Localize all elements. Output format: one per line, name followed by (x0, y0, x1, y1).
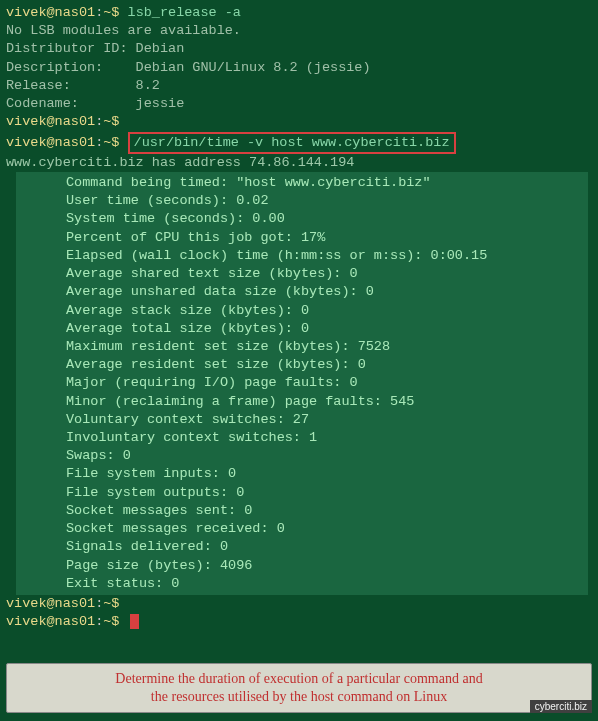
prompt-line-2: vivek@nas01:~$ (6, 113, 592, 131)
time-line: File system outputs: 0 (16, 484, 588, 502)
prompt-path: ~$ (103, 135, 127, 150)
prompt-path: ~$ (103, 114, 127, 129)
time-line: Average total size (kbytes): 0 (16, 320, 588, 338)
time-line: Average shared text size (kbytes): 0 (16, 265, 588, 283)
time-line: Percent of CPU this job got: 17% (16, 229, 588, 247)
prompt-path: ~$ (103, 596, 127, 611)
time-line: Elapsed (wall clock) time (h:mm:ss or m:… (16, 247, 588, 265)
prompt-line-3: vivek@nas01:~$ /usr/bin/time -v host www… (6, 132, 592, 154)
time-line: System time (seconds): 0.00 (16, 210, 588, 228)
time-line: Voluntary context switches: 27 (16, 411, 588, 429)
prompt-path: ~$ (103, 5, 127, 20)
lsb-output-1: No LSB modules are available. (6, 22, 592, 40)
time-line: Command being timed: "host www.cyberciti… (16, 174, 588, 192)
lsb-output-2: Distributor ID: Debian (6, 40, 592, 58)
time-line: File system inputs: 0 (16, 465, 588, 483)
terminal-output: vivek@nas01:~$ lsb_release -a No LSB mod… (0, 0, 598, 635)
prompt-user: vivek@nas01 (6, 614, 95, 629)
prompt-line-4: vivek@nas01:~$ (6, 595, 592, 613)
time-line: Average unshared data size (kbytes): 0 (16, 283, 588, 301)
time-line: Signals delivered: 0 (16, 538, 588, 556)
lsb-output-5: Codename: jessie (6, 95, 592, 113)
lsb-output-4: Release: 8.2 (6, 77, 592, 95)
time-line: Maximum resident set size (kbytes): 7528 (16, 338, 588, 356)
prompt-user: vivek@nas01 (6, 596, 95, 611)
prompt-user: vivek@nas01 (6, 5, 95, 20)
watermark: cyberciti.biz (530, 700, 592, 713)
time-line: Socket messages sent: 0 (16, 502, 588, 520)
highlighted-command: /usr/bin/time -v host www.cyberciti.biz (128, 132, 456, 154)
caption-line-2: the resources utilised by the host comma… (17, 688, 581, 706)
time-line: Page size (bytes): 4096 (16, 557, 588, 575)
prompt-line-1: vivek@nas01:~$ lsb_release -a (6, 4, 592, 22)
caption-box: Determine the duration of execution of a… (6, 663, 592, 713)
lsb-output-3: Description: Debian GNU/Linux 8.2 (jessi… (6, 59, 592, 77)
prompt-path: ~$ (103, 614, 127, 629)
dns-output: www.cyberciti.biz has address 74.86.144.… (6, 154, 592, 172)
time-line: Involuntary context switches: 1 (16, 429, 588, 447)
time-line: Socket messages received: 0 (16, 520, 588, 538)
command-1: lsb_release -a (128, 5, 241, 20)
prompt-user: vivek@nas01 (6, 135, 95, 150)
time-line: Average resident set size (kbytes): 0 (16, 356, 588, 374)
prompt-line-5[interactable]: vivek@nas01:~$ (6, 613, 592, 631)
prompt-user: vivek@nas01 (6, 114, 95, 129)
cursor-icon (130, 614, 139, 629)
time-line: Swaps: 0 (16, 447, 588, 465)
time-line: Minor (reclaiming a frame) page faults: … (16, 393, 588, 411)
time-line: Major (requiring I/O) page faults: 0 (16, 374, 588, 392)
caption-line-1: Determine the duration of execution of a… (17, 670, 581, 688)
time-output-block: Command being timed: "host www.cyberciti… (16, 172, 588, 595)
time-line: Exit status: 0 (16, 575, 588, 593)
time-line: Average stack size (kbytes): 0 (16, 302, 588, 320)
time-line: User time (seconds): 0.02 (16, 192, 588, 210)
